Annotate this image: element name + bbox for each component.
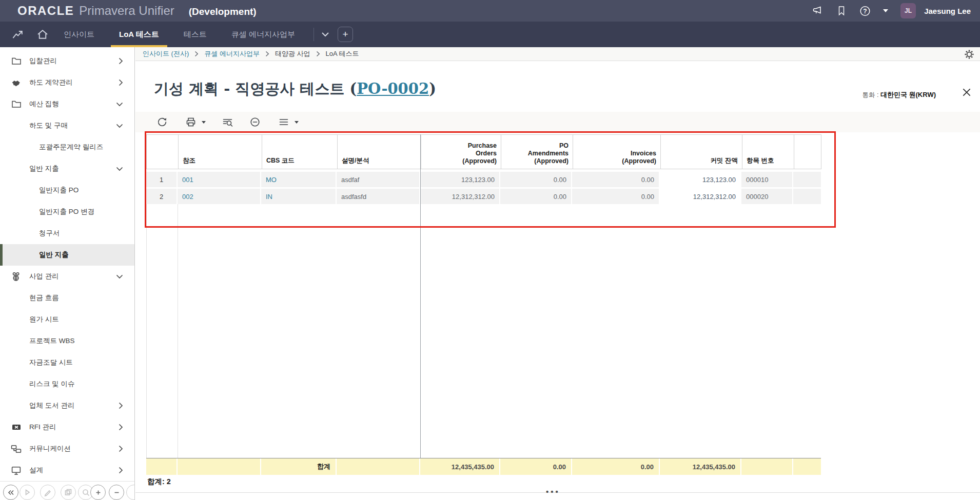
sidebar-item-general-spend-po[interactable]: 일반지출 PO <box>0 179 134 201</box>
top-bar: ORACLE Primavera Unifier (Development) ?… <box>0 0 980 22</box>
find-on-page-icon[interactable] <box>221 116 233 128</box>
copy-button[interactable] <box>61 485 76 500</box>
sidebar-item-project-wbs[interactable]: 프로젝트 WBS <box>0 330 134 352</box>
col-header-description[interactable]: 설명/분석 <box>337 135 421 169</box>
breadcrumb-item-loa-test[interactable]: LoA 테스트 <box>326 49 359 58</box>
col-header-cbs-code[interactable]: CBS 코드 <box>262 135 337 169</box>
cell-item-number: 000010 <box>741 172 793 187</box>
zoom-out-button[interactable] <box>109 485 124 500</box>
tab-overflow-chevron-icon[interactable] <box>321 31 329 38</box>
record-link[interactable]: PO-0002 <box>357 80 429 97</box>
col-header-purchase-orders[interactable]: Purchase Orders (Approved) <box>421 135 501 169</box>
sidebar-item-subcontract-and-purchase[interactable]: 하도 및 구매 <box>0 115 134 136</box>
cell-po-amendments: 0.00 <box>500 189 572 204</box>
zoom-in-button[interactable] <box>90 485 106 500</box>
totals-cell-empty <box>178 458 261 475</box>
brand: ORACLE Primavera Unifier (Development) <box>0 4 257 18</box>
sidebar-item-risks-issues[interactable]: 리스크 및 이슈 <box>0 373 134 395</box>
sidebar-item-cost-sheet[interactable]: 원가 시트 <box>0 309 134 330</box>
gear-icon[interactable] <box>964 49 975 60</box>
breadcrumb-item-insight[interactable]: 인사이트 (전사) <box>143 49 189 58</box>
breadcrumb-chevron-icon <box>316 51 320 57</box>
edit-pencil-button[interactable] <box>40 485 55 500</box>
refresh-icon[interactable] <box>156 116 168 128</box>
sidebar-item-general-spend-po-change[interactable]: 일반지출 PO 변경 <box>0 201 134 223</box>
menu-icon[interactable] <box>278 116 290 128</box>
sidebar-item-invoice[interactable]: 청구서 <box>0 223 134 244</box>
cell-rownum: 1 <box>146 172 178 187</box>
breadcrumb-item-qcells[interactable]: 큐셀 에너지사업부 <box>204 49 260 58</box>
bookmark-icon[interactable] <box>836 5 847 16</box>
tab-qcells-energy[interactable]: 큐셀 에너지사업부 <box>221 22 305 47</box>
sidebar-item-budget-execution[interactable]: 예산 집행 <box>0 93 134 115</box>
menu-dropdown-caret[interactable] <box>295 121 299 124</box>
resize-handle-dots[interactable]: ••• <box>546 487 560 496</box>
cell-cbs-link[interactable]: IN <box>261 189 337 204</box>
sidebar-item-general-spends-group[interactable]: 일반 지출 <box>0 158 134 179</box>
announcements-icon[interactable] <box>812 5 824 16</box>
cell-invoices: 0.00 <box>572 189 660 204</box>
cell-description: asdfaf <box>337 172 420 187</box>
chevron-down-icon <box>116 167 123 171</box>
home-icon[interactable] <box>36 28 49 41</box>
totals-po-amendments: 0.00 <box>500 458 572 475</box>
dashboard-chart-icon[interactable] <box>11 28 25 41</box>
sidebar-item-vendor-documents[interactable]: 업체 도서 관리 <box>0 395 134 416</box>
help-dropdown-caret[interactable] <box>883 9 888 12</box>
print-dropdown-caret[interactable] <box>202 121 206 124</box>
add-tab-button[interactable]: + <box>338 27 353 42</box>
col-header-po-amendments[interactable]: PO Amendments (Approved) <box>501 135 573 169</box>
environment-label: (Development) <box>189 6 257 17</box>
chevron-right-icon <box>119 467 123 474</box>
cell-ref-link[interactable]: 001 <box>178 172 261 187</box>
svg-text:?: ? <box>863 7 867 14</box>
collapse-all-button[interactable] <box>3 485 18 500</box>
col-header-ref[interactable]: 참조 <box>178 135 262 169</box>
col-header-item-number[interactable]: 항목 번호 <box>742 135 794 169</box>
sidebar-item-design[interactable]: 설계 <box>0 459 134 481</box>
sidebar-item-blanket-po-release[interactable]: 포괄주문계약 릴리즈 <box>0 136 134 158</box>
sidebar-nav: 입찰관리 하도 계약관리 예산 집행 하도 및 구매 포괄주문계약 릴리즈 <box>0 47 134 481</box>
sidebar-item-business-management[interactable]: 사업 관리 <box>0 266 134 287</box>
tab-loa-test[interactable]: LoA 테스트 <box>109 22 169 47</box>
avatar[interactable]: JL <box>900 3 916 18</box>
cell-purchase-orders: 123,123.00 <box>420 172 500 187</box>
sidebar-item-rfi-management[interactable]: RFI 관리 <box>0 416 134 438</box>
sidebar-item-communication[interactable]: 커뮤니케이션 <box>0 438 134 459</box>
tab-test[interactable]: 테스트 <box>173 22 217 47</box>
collapse-minus-icon[interactable] <box>249 116 261 128</box>
sidebar-item-funding-sheet[interactable]: 자금조달 시트 <box>0 352 134 373</box>
grid-left-edge-line <box>146 204 147 458</box>
tab-bar: 인사이트 LoA 테스트 테스트 큐셀 에너지사업부 + <box>0 22 980 47</box>
unifier-window: ORACLE Primavera Unifier (Development) ?… <box>0 0 980 500</box>
tab-insight[interactable]: 인사이트 <box>53 22 105 47</box>
print-icon[interactable] <box>185 116 197 128</box>
breadcrumb-chevron-icon <box>194 51 199 57</box>
close-icon[interactable] <box>962 87 972 97</box>
col-header-commit-balance[interactable]: 커밋 잔액 <box>660 135 742 169</box>
table-row-1[interactable]: 1 001 MO asdfaf 123,123.00 0.00 0.00 123… <box>146 172 821 187</box>
cell-ref-link[interactable]: 002 <box>178 189 261 204</box>
cell-commit-balance: 123,123.00 <box>660 172 741 187</box>
col-header-invoices[interactable]: Invoices (Approved) <box>573 135 660 169</box>
totals-invoices: 0.00 <box>572 458 660 475</box>
sidebar-item-bid-management[interactable]: 입찰관리 <box>0 50 134 72</box>
cell-cbs-link[interactable]: MO <box>261 172 337 187</box>
cell-purchase-orders: 12,312,312.00 <box>420 189 500 204</box>
play-button[interactable] <box>19 485 35 500</box>
cost-grid: 참조 CBS 코드 설명/분석 Purchase Orders (Approve… <box>146 134 821 500</box>
sidebar-item-general-spend-selected[interactable]: 일반 지출 <box>0 244 134 266</box>
breadcrumb-item-solar[interactable]: 태양광 사업 <box>275 49 310 58</box>
col-header-rownum[interactable] <box>147 135 178 169</box>
more-button[interactable] <box>126 485 135 500</box>
table-row-2[interactable]: 2 002 IN asdfasfd 12,312,312.00 0.00 0.0… <box>146 189 821 204</box>
chevron-right-icon <box>119 445 123 452</box>
sidebar-item-subcontract-management[interactable]: 하도 계약관리 <box>0 72 134 93</box>
cell-rownum: 2 <box>146 189 178 204</box>
sidebar-item-cash-flow[interactable]: 현금 흐름 <box>0 287 134 309</box>
user-name[interactable]: Jaesung Lee <box>924 7 971 15</box>
chevron-right-icon <box>119 402 123 409</box>
help-icon[interactable]: ? <box>859 5 871 16</box>
handshake-icon <box>11 77 22 88</box>
tabbar-divider <box>313 28 314 41</box>
